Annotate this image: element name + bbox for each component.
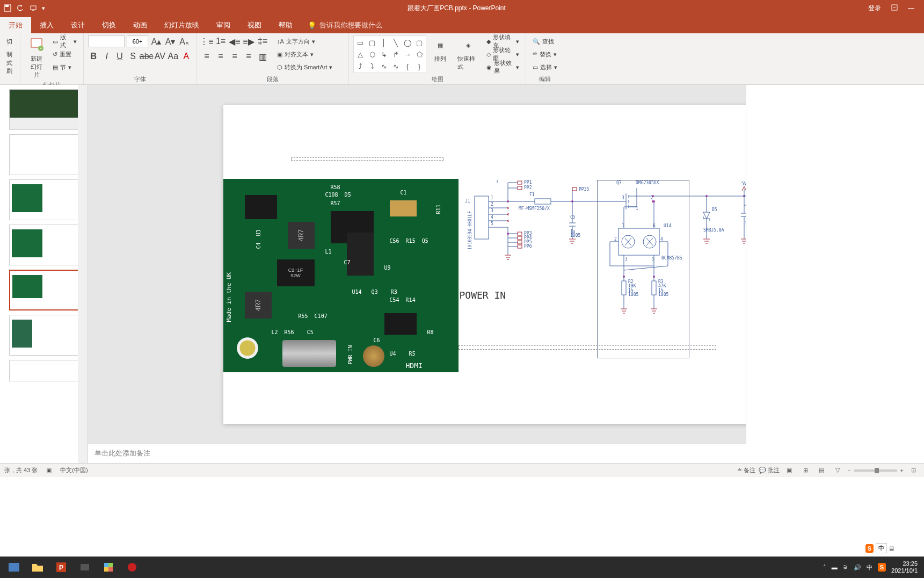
tab-help[interactable]: 帮助 — [270, 17, 301, 33]
zoom-in-button[interactable]: + — [900, 467, 904, 474]
align-right-button[interactable]: ≡ — [229, 50, 241, 62]
align-left-button[interactable]: ≡ — [201, 50, 213, 62]
char-spacing-button[interactable]: AV — [155, 50, 165, 62]
font-size-input[interactable] — [127, 35, 148, 47]
columns-button[interactable]: ▥ — [257, 50, 268, 62]
numbering-button[interactable]: 1≡ — [215, 35, 227, 47]
pcb-image[interactable]: 4R7 C2=1F92W 4R7 R58 C108 D5 C1 R57 — [223, 179, 459, 372]
align-text-button[interactable]: ▣对齐文本 ▾ — [275, 48, 334, 60]
undo-icon[interactable] — [16, 4, 25, 12]
thumb-slide[interactable] — [9, 134, 79, 175]
shape-outline-button[interactable]: ◇形状轮廓 ▾ — [484, 48, 521, 60]
cut-button[interactable]: 切 — [4, 35, 16, 47]
shape-fill-button[interactable]: ◆形状填充 ▾ — [484, 35, 521, 47]
taskbar-app-4[interactable] — [74, 557, 96, 578]
thumb-slide-active[interactable] — [9, 270, 79, 310]
taskbar-app-1[interactable] — [3, 557, 25, 578]
new-slide-button[interactable]: + 新建 幻灯片 — [25, 35, 48, 80]
section-button[interactable]: ▤节 ▾ — [50, 61, 79, 73]
tab-slideshow[interactable]: 幻灯片放映 — [156, 17, 208, 33]
copy-button[interactable]: 制 — [4, 48, 16, 60]
tab-home[interactable]: 开始 — [0, 17, 31, 33]
slide-canvas[interactable]: 4R7 C2=1F92W 4R7 R58 C108 D5 C1 R57 — [223, 105, 789, 424]
tab-transitions[interactable]: 切换 — [93, 17, 125, 33]
tab-view[interactable]: 视图 — [239, 17, 270, 33]
quick-styles-button[interactable]: ◈ 快速样式 — [454, 35, 482, 72]
thumb-slide[interactable] — [9, 360, 79, 381]
taskbar-explorer[interactable] — [27, 557, 48, 578]
select-button[interactable]: ▭选择 ▾ — [530, 61, 559, 73]
tab-review[interactable]: 审阅 — [208, 17, 239, 33]
thumb-slide[interactable] — [9, 225, 79, 265]
normal-view-button[interactable]: ▣ — [783, 465, 796, 476]
tray-volume-icon[interactable]: 🔊 — [854, 564, 861, 571]
align-center-button[interactable]: ≡ — [215, 50, 227, 62]
bold-button[interactable]: B — [88, 50, 99, 62]
text-direction-icon: ↕A — [277, 38, 284, 45]
taskbar-app-5[interactable] — [98, 557, 119, 578]
language-indicator[interactable]: 中文(中国) — [60, 466, 88, 474]
justify-button[interactable]: ≡ — [243, 50, 254, 62]
tell-me[interactable]: 💡 告诉我你想要做什么 — [301, 17, 389, 33]
thumb-slide[interactable] — [9, 179, 79, 220]
tray-ime-icon[interactable]: 中 — [867, 563, 872, 572]
minimize-icon[interactable]: — — [908, 4, 914, 12]
shadow-button[interactable]: S — [127, 50, 138, 62]
replace-button[interactable]: ᵃᵇ替换 ▾ — [530, 48, 559, 60]
format-painter-button[interactable]: 式刷 — [4, 61, 16, 73]
tab-insert[interactable]: 插入 — [31, 17, 62, 33]
increase-font-icon[interactable]: A▴ — [150, 35, 162, 47]
taskbar-powerpoint[interactable]: P — [50, 557, 72, 578]
thumbnails-scrollbar[interactable] — [78, 85, 88, 463]
login-button[interactable]: 登录 — [868, 4, 881, 13]
arrange-button[interactable]: ▦ 排列 — [428, 35, 452, 64]
ime-indicator[interactable]: S 中 ⬓ — [865, 543, 894, 553]
font-color-button[interactable]: A — [181, 50, 192, 62]
spellcheck-icon[interactable]: ▣ — [46, 467, 52, 474]
tab-design[interactable]: 设计 — [62, 17, 93, 33]
shape-outline-icon: ◇ — [486, 51, 491, 58]
slideshow-view-button[interactable]: ▽ — [831, 465, 844, 476]
reading-view-button[interactable]: ▤ — [815, 465, 828, 476]
section-icon: ▤ — [53, 64, 58, 71]
slide-thumbnails[interactable] — [0, 85, 88, 463]
title-placeholder[interactable] — [291, 157, 443, 161]
underline-button[interactable]: U — [114, 50, 125, 62]
reset-button[interactable]: ↺重置 — [50, 48, 79, 60]
smartart-button[interactable]: ⬡转换为 SmartArt ▾ — [275, 61, 334, 73]
shape-gallery[interactable]: ▭▢│╲◯▢ △⬡↳↱→⬠ ⤴⤵∿∿{} — [353, 35, 426, 73]
decrease-font-icon[interactable]: A▾ — [164, 35, 176, 47]
ribbon-display-icon[interactable] — [891, 4, 898, 13]
line-spacing-button[interactable]: ‡≡ — [257, 35, 268, 47]
zoom-slider[interactable] — [854, 469, 897, 472]
shape-effects-button[interactable]: ◉形状效果 ▾ — [484, 61, 521, 73]
sorter-view-button[interactable]: ⊞ — [799, 465, 812, 476]
fit-button[interactable]: ⊡ — [907, 465, 920, 476]
clear-format-icon[interactable]: Aₓ — [178, 35, 190, 47]
bullets-button[interactable]: ⋮≡ — [201, 35, 213, 47]
decrease-indent-button[interactable]: ◀≡ — [229, 35, 241, 47]
find-button[interactable]: 🔍查找 — [530, 35, 559, 47]
taskbar-record[interactable] — [121, 557, 143, 578]
tray-battery-icon[interactable]: ▬ — [832, 564, 838, 570]
tray-wifi-icon[interactable]: ⚞ — [843, 564, 848, 571]
clock[interactable]: 23:25 2021/10/1 — [891, 560, 921, 574]
tray-sogou-icon[interactable]: S — [878, 563, 886, 572]
thumb-slide[interactable] — [9, 89, 79, 130]
italic-button[interactable]: I — [101, 50, 112, 62]
layout-button[interactable]: ▭版式 ▾ — [50, 35, 79, 47]
increase-indent-button[interactable]: ≡▶ — [243, 35, 254, 47]
strikethrough-button[interactable]: abc — [141, 50, 152, 62]
tab-animations[interactable]: 动画 — [125, 17, 156, 33]
text-direction-button[interactable]: ↕A文字方向 ▾ — [275, 35, 334, 47]
change-case-button[interactable]: Aa — [168, 50, 178, 62]
svg-rect-50 — [518, 241, 522, 244]
notes-toggle[interactable]: ≐ 备注 — [737, 466, 755, 474]
save-icon[interactable] — [3, 4, 12, 12]
comments-toggle[interactable]: 💬 批注 — [759, 466, 780, 474]
tray-up-icon[interactable]: ˄ — [823, 564, 826, 571]
slideshow-start-icon[interactable] — [29, 4, 38, 12]
font-name-input[interactable] — [88, 35, 125, 47]
thumb-slide[interactable] — [9, 315, 79, 356]
zoom-out-button[interactable]: − — [847, 467, 850, 474]
